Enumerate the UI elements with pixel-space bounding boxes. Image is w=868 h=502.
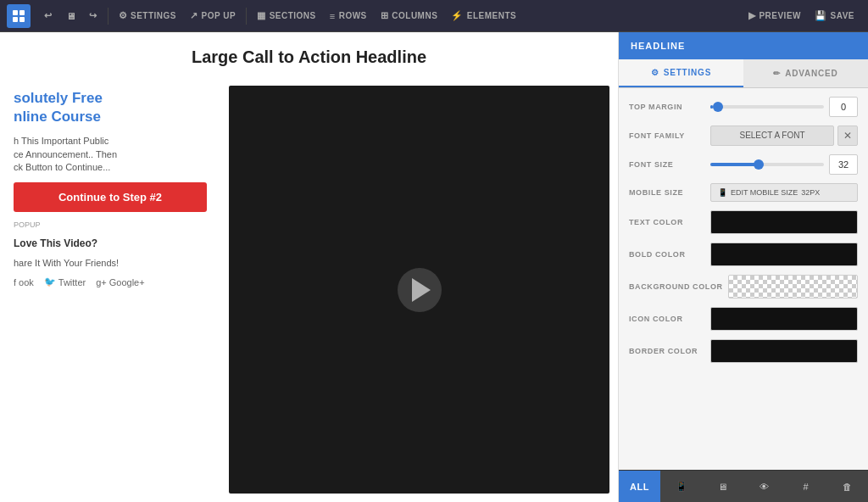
google-icon: g+	[96, 277, 107, 287]
mobile-size-label: MOBILE SIZE	[629, 188, 705, 197]
rows-label: ROWS	[339, 11, 367, 20]
bottom-hash-btn[interactable]: #	[785, 471, 826, 502]
tab-advanced[interactable]: ✏ ADVANCED	[743, 59, 868, 87]
font-close-btn[interactable]: ✕	[837, 126, 858, 146]
preview-btn[interactable]: ▶ PREVIEW	[742, 7, 808, 25]
save-btn[interactable]: 💾 SAVE	[808, 7, 861, 25]
font-family-label: FONT FAMILY	[629, 131, 705, 140]
text-color-swatch[interactable]	[710, 210, 858, 234]
top-margin-label: TOP MARGIN	[629, 103, 705, 111]
twitter-icon: 🐦	[44, 276, 56, 287]
cta-button[interactable]: Continue to Step #2	[14, 182, 207, 212]
preview-label: PREVIEW	[759, 11, 801, 20]
columns-btn[interactable]: ⊞ COLUMNS	[374, 7, 445, 25]
panel-body: TOP MARGIN 0 FONT FAMILY SELECT A FONT ✕	[619, 88, 868, 470]
facebook-icon: f	[14, 277, 16, 287]
eye-icon: 👁	[760, 482, 769, 492]
cta-sublabel: POPUP	[14, 220, 207, 229]
border-color-label: BORDER COLOR	[629, 347, 705, 355]
top-margin-row: TOP MARGIN 0	[629, 97, 858, 117]
right-panel: HEADLINE ⚙ SETTINGS ✏ ADVANCED TOP MARGI…	[618, 32, 868, 502]
settings-btn[interactable]: ⚙ SETTINGS	[112, 7, 184, 25]
popup-btn[interactable]: ↗ POP UP	[183, 7, 242, 25]
settings-tab-icon: ⚙	[651, 68, 659, 77]
main-layout: Large Call to Action Headline solutely F…	[0, 32, 868, 502]
twitter-link[interactable]: 🐦 Twitter	[44, 276, 86, 287]
logo[interactable]	[7, 4, 31, 28]
border-color-row: BORDER COLOR	[629, 339, 858, 363]
svg-rect-0	[13, 10, 18, 15]
font-family-row: FONT FAMILY SELECT A FONT ✕	[629, 126, 858, 146]
facebook-link[interactable]: f ook	[14, 277, 34, 287]
columns-label: COLUMNS	[392, 11, 437, 20]
rows-btn[interactable]: ≡ ROWS	[323, 8, 374, 25]
share-text: hare It With Your Friends!	[14, 258, 207, 268]
elements-btn[interactable]: ⚡ ELEMENTS	[444, 7, 523, 25]
icon-color-label: ICON COLOR	[629, 315, 705, 323]
background-color-row: BACKGROUND COLOR	[629, 275, 858, 298]
device-btn[interactable]: 🖥	[59, 8, 83, 25]
main-toolbar: ↩ 🖥 ↪ ⚙ SETTINGS ↗ POP UP ▦ SECTIONS ≡ R…	[0, 0, 868, 32]
svg-rect-3	[19, 17, 25, 22]
icon-color-swatch[interactable]	[710, 307, 858, 331]
free-course-title: solutely Free nline Course	[14, 89, 207, 126]
left-panel: solutely Free nline Course h This Import…	[0, 77, 220, 502]
font-size-slider[interactable]	[710, 163, 824, 166]
video-area[interactable]	[229, 86, 609, 494]
headline-section: Large Call to Action Headline	[0, 32, 618, 77]
icon-color-row: ICON COLOR	[629, 307, 858, 331]
font-size-control: 32	[710, 154, 858, 175]
mobile-icon: 📱	[676, 481, 687, 492]
redo-btn[interactable]: ↪	[82, 7, 104, 25]
bottom-trash-btn[interactable]: 🗑	[826, 471, 868, 502]
background-color-swatch[interactable]	[728, 275, 858, 298]
font-size-row: FONT SIZE 32	[629, 154, 858, 175]
bottom-all-btn[interactable]: ALL	[619, 471, 660, 502]
svg-rect-1	[19, 10, 25, 15]
elements-label: ELEMENTS	[467, 11, 516, 20]
content-row: solutely Free nline Course h This Import…	[0, 77, 618, 502]
divider-2	[246, 8, 247, 25]
advanced-tab-icon: ✏	[773, 69, 781, 78]
font-size-value[interactable]: 32	[829, 154, 858, 175]
background-color-label: BACKGROUND COLOR	[629, 282, 723, 291]
svg-rect-2	[13, 17, 18, 22]
popup-label: POP UP	[202, 11, 236, 20]
love-text: Love This Video?	[14, 237, 207, 249]
play-icon	[412, 278, 431, 302]
bold-color-row: BOLD COLOR	[629, 243, 858, 266]
bottom-desktop-btn[interactable]: 🖥	[702, 471, 743, 502]
headline-text: Large Call to Action Headline	[17, 47, 601, 67]
top-margin-slider[interactable]	[710, 105, 824, 109]
bottom-eye-btn[interactable]: 👁	[743, 471, 785, 502]
canvas-area: Large Call to Action Headline solutely F…	[0, 32, 618, 502]
google-link[interactable]: g+ Google+	[96, 277, 144, 287]
mobile-size-btn[interactable]: 📱 EDIT MOBILE SIZE 32PX	[710, 183, 858, 202]
tab-settings[interactable]: ⚙ SETTINGS	[619, 59, 743, 87]
settings-label: SETTINGS	[131, 11, 176, 20]
undo-btn[interactable]: ↩	[37, 7, 59, 25]
font-family-control: SELECT A FONT ✕	[710, 126, 858, 146]
bottom-toolbar: ALL 📱 🖥 👁 # 🗑	[619, 470, 868, 502]
body-text: h This Important Publicce Announcement..…	[14, 135, 207, 174]
sections-label: SECTIONS	[270, 11, 316, 20]
top-margin-value[interactable]: 0	[829, 97, 858, 117]
border-color-swatch[interactable]	[710, 339, 858, 363]
panel-header: HEADLINE	[619, 32, 868, 59]
text-color-row: TEXT COLOR	[629, 210, 858, 234]
canvas-content: Large Call to Action Headline solutely F…	[0, 32, 618, 502]
mobile-size-row: MOBILE SIZE 📱 EDIT MOBILE SIZE 32PX	[629, 183, 858, 202]
mobile-icon: 📱	[718, 188, 727, 197]
top-margin-control: 0	[710, 97, 858, 117]
hash-icon: #	[803, 482, 808, 492]
bold-color-label: BOLD COLOR	[629, 250, 705, 259]
bottom-mobile-btn[interactable]: 📱	[660, 471, 702, 502]
sections-btn[interactable]: ▦ SECTIONS	[250, 7, 323, 25]
font-size-label: FONT SIZE	[629, 160, 705, 169]
bold-color-swatch[interactable]	[710, 243, 858, 266]
play-button[interactable]	[398, 268, 442, 312]
trash-icon: 🗑	[843, 482, 852, 492]
save-label: SAVE	[831, 11, 855, 20]
select-font-btn[interactable]: SELECT A FONT	[710, 126, 834, 146]
text-color-label: TEXT COLOR	[629, 218, 705, 226]
